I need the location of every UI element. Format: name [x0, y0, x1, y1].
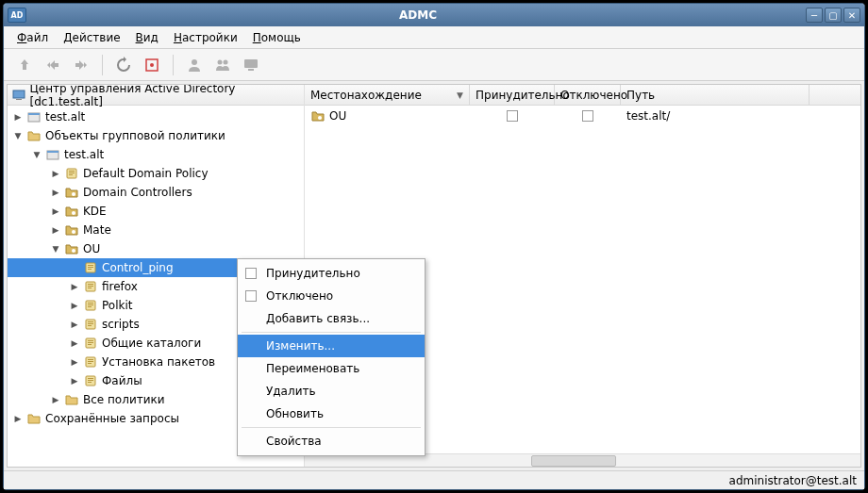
tree-node-label: OU: [83, 242, 100, 255]
svg-rect-42: [88, 359, 93, 360]
tree-node[interactable]: ▼Объекты групповой политики: [8, 126, 304, 145]
context-menu-label: Отключено: [266, 289, 333, 303]
svg-rect-43: [88, 361, 93, 362]
chevron-down-icon[interactable]: ▼: [51, 244, 60, 254]
menu-separator: [242, 332, 421, 333]
column-header[interactable]: Отключено: [555, 85, 621, 105]
gpo-icon: [83, 317, 98, 332]
chevron-right-icon[interactable]: ▶: [51, 225, 60, 235]
context-menu-item[interactable]: Изменить...: [238, 335, 425, 357]
ou-icon: [64, 222, 79, 238]
context-menu-item[interactable]: Переименовать: [238, 357, 425, 380]
svg-rect-5: [244, 59, 258, 68]
chevron-right-icon[interactable]: ▶: [70, 357, 79, 367]
toolbar-up-icon[interactable]: [13, 54, 36, 76]
toolbar-user-icon[interactable]: [183, 54, 206, 76]
tree-node[interactable]: ▶KDE: [8, 202, 304, 221]
svg-rect-38: [88, 340, 93, 341]
chevron-right-icon[interactable]: ▶: [13, 414, 23, 423]
context-menu-label: Принудительно: [266, 267, 360, 280]
svg-point-17: [72, 192, 75, 196]
menu-настройки[interactable]: Настройки: [166, 28, 245, 47]
svg-rect-26: [88, 284, 93, 285]
svg-rect-12: [47, 151, 58, 153]
context-menu-label: Удалить: [266, 385, 316, 398]
chevron-right-icon[interactable]: ▶: [51, 395, 60, 404]
minimize-button[interactable]: ─: [806, 8, 823, 23]
chevron-right-icon[interactable]: ▶: [51, 169, 60, 178]
svg-rect-14: [69, 171, 75, 172]
tree-node[interactable]: ▶test.alt: [8, 107, 304, 126]
chevron-right-icon[interactable]: ▶: [51, 206, 60, 216]
enforced-checkbox[interactable]: [507, 110, 518, 122]
titlebar[interactable]: AD ADMC ─ ▢ ✕: [4, 4, 864, 26]
tree-node[interactable]: ▼test.alt: [8, 145, 304, 164]
maximize-button[interactable]: ▢: [825, 8, 842, 23]
column-header[interactable]: Местонахождение▼: [305, 85, 470, 105]
svg-rect-27: [88, 286, 93, 287]
svg-rect-34: [88, 321, 93, 322]
context-menu-item[interactable]: Удалить: [238, 380, 425, 403]
content-area: Центр управления Active Directory [dc1.t…: [7, 84, 861, 468]
toolbar-forward-icon[interactable]: [70, 54, 92, 76]
chevron-down-icon[interactable]: ▼: [32, 150, 42, 159]
cell-path: test.alt/: [626, 109, 670, 123]
context-menu-item[interactable]: Свойства: [238, 430, 425, 452]
tree-node[interactable]: ▶Default Domain Policy: [8, 164, 304, 183]
context-menu: ПринудительноОтключеноДобавить связь...И…: [237, 258, 426, 456]
tree-node-label: Файлы: [102, 374, 142, 387]
toolbar-users-icon[interactable]: [211, 54, 234, 76]
gpo-icon: [83, 373, 98, 388]
chevron-down-icon[interactable]: ▼: [13, 131, 23, 140]
tree-node-label: Все политики: [83, 393, 165, 406]
tree-node-label: Mate: [83, 223, 111, 237]
tree-node[interactable]: ▶Domain Controllers: [8, 183, 304, 202]
toolbar-back-icon[interactable]: [42, 54, 64, 76]
svg-rect-36: [88, 325, 92, 326]
chevron-right-icon[interactable]: ▶: [70, 301, 79, 310]
menu-действие[interactable]: Действие: [56, 28, 127, 47]
toolbar-computer-icon[interactable]: [240, 54, 262, 76]
svg-rect-35: [88, 323, 93, 324]
svg-rect-22: [88, 265, 93, 266]
svg-rect-47: [88, 380, 93, 381]
table-row[interactable]: OUtest.alt/: [305, 106, 860, 126]
column-header[interactable]: Путь: [621, 85, 810, 105]
chevron-right-icon[interactable]: ▶: [13, 112, 23, 122]
menu-вид[interactable]: Вид: [128, 28, 166, 47]
chevron-right-icon[interactable]: ▶: [70, 282, 79, 291]
chevron-right-icon[interactable]: ▶: [51, 188, 60, 197]
scrollbar-thumb[interactable]: [531, 455, 616, 467]
folder-icon: [26, 411, 42, 426]
context-menu-item[interactable]: Обновить: [238, 403, 425, 425]
svg-rect-40: [88, 344, 92, 345]
svg-point-20: [72, 249, 75, 253]
toolbar-reload-icon[interactable]: [112, 54, 135, 76]
menu-файл[interactable]: Файл: [9, 28, 56, 47]
svg-rect-15: [69, 173, 75, 173]
disabled-checkbox[interactable]: [582, 110, 593, 122]
gpo-icon: [83, 279, 98, 294]
context-menu-label: Изменить...: [266, 339, 335, 353]
tree-node[interactable]: ▼OU: [8, 239, 304, 258]
chevron-right-icon[interactable]: ▶: [70, 376, 79, 386]
menu-separator: [242, 427, 421, 428]
menu-помощь[interactable]: Помощь: [245, 28, 309, 47]
context-menu-item[interactable]: Добавить связь...: [238, 307, 425, 330]
close-button[interactable]: ✕: [843, 8, 860, 23]
toolbar-target-icon[interactable]: [141, 54, 163, 76]
ou-icon: [64, 241, 79, 256]
context-menu-label: Переименовать: [266, 362, 359, 375]
folder-icon: [64, 392, 79, 407]
column-header[interactable]: Принудительно: [470, 85, 555, 105]
context-menu-item[interactable]: Принудительно: [238, 262, 425, 285]
context-menu-item[interactable]: Отключено: [238, 285, 425, 307]
chevron-right-icon[interactable]: ▶: [70, 320, 79, 329]
chevron-right-icon[interactable]: ▶: [70, 338, 79, 348]
cell-name: OU: [329, 109, 346, 123]
ou-icon: [64, 204, 79, 219]
svg-point-3: [218, 59, 223, 64]
tree-node-label: test.alt: [45, 110, 85, 123]
tree-node[interactable]: ▶Mate: [8, 221, 304, 239]
svg-rect-32: [88, 306, 92, 307]
